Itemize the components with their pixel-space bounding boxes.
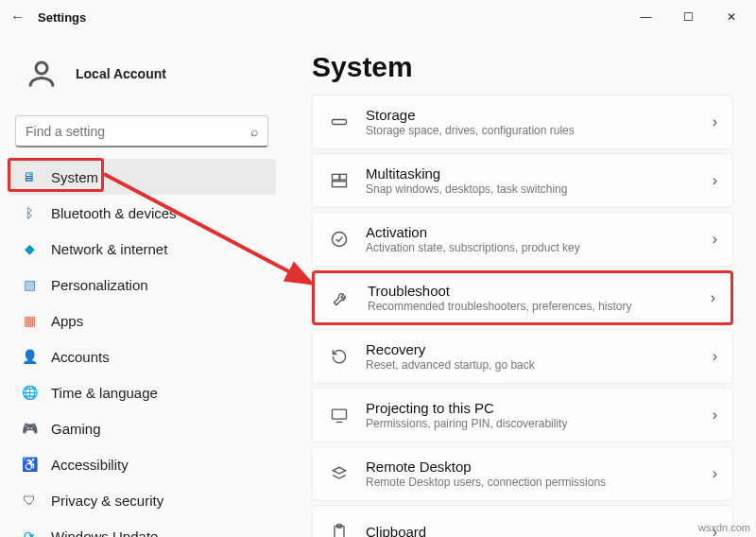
row-title: Remote Desktop bbox=[366, 459, 713, 476]
apps-icon: ▦ bbox=[21, 312, 38, 329]
wrench-icon bbox=[328, 288, 354, 307]
row-title: Troubleshoot bbox=[368, 283, 711, 300]
row-subtitle: Permissions, pairing PIN, discoverabilit… bbox=[366, 417, 713, 430]
projecting-icon bbox=[326, 406, 352, 424]
back-button[interactable]: ← bbox=[4, 3, 32, 31]
row-title: Recovery bbox=[366, 341, 713, 358]
chevron-right-icon: › bbox=[713, 465, 717, 482]
row-subtitle: Recommended troubleshooters, preferences… bbox=[368, 300, 711, 313]
sidebar-item-time-language[interactable]: 🌐Time & language bbox=[8, 374, 276, 410]
settings-row-projecting-to-this-pc[interactable]: Projecting to this PC Permissions, pairi… bbox=[312, 388, 733, 442]
sidebar-item-label: Gaming bbox=[51, 421, 101, 437]
chevron-right-icon: › bbox=[713, 113, 717, 130]
svg-point-0 bbox=[36, 62, 47, 74]
chevron-right-icon: › bbox=[713, 231, 717, 248]
settings-row-multitasking[interactable]: Multitasking Snap windows, desktops, tas… bbox=[312, 153, 733, 208]
sidebar-item-privacy-security[interactable]: 🛡Privacy & security bbox=[8, 482, 276, 518]
search-input[interactable] bbox=[26, 124, 250, 139]
sidebar-item-label: Accessibility bbox=[51, 457, 129, 473]
sidebar-item-label: System bbox=[51, 169, 98, 185]
minimize-button[interactable]: — bbox=[625, 3, 667, 31]
sidebar-item-label: Network & internet bbox=[51, 241, 167, 257]
svg-rect-6 bbox=[333, 409, 347, 419]
maximize-button[interactable]: ☐ bbox=[667, 3, 710, 31]
sidebar-item-accessibility[interactable]: ♿Accessibility bbox=[8, 446, 276, 482]
sidebar-item-windows-update[interactable]: ⟳Windows Update bbox=[8, 518, 276, 537]
sidebar: Local Account ⌕ 🖥SystemᛒBluetooth & devi… bbox=[0, 34, 284, 537]
shield-icon: 🛡 bbox=[21, 492, 38, 509]
clock-globe-icon: 🌐 bbox=[21, 384, 38, 401]
row-subtitle: Storage space, drives, configuration rul… bbox=[366, 124, 713, 137]
monitor-icon: 🖥 bbox=[21, 168, 38, 185]
row-title: Multitasking bbox=[366, 165, 713, 182]
activation-icon bbox=[326, 230, 352, 249]
settings-row-remote-desktop[interactable]: Remote Desktop Remote Desktop users, con… bbox=[312, 446, 733, 501]
row-subtitle: Activation state, subscriptions, product… bbox=[366, 241, 713, 254]
svg-point-5 bbox=[333, 233, 347, 247]
sidebar-item-label: Apps bbox=[51, 313, 83, 329]
wifi-icon: ◆ bbox=[21, 240, 38, 257]
settings-row-recovery[interactable]: Recovery Reset, advanced startup, go bac… bbox=[312, 329, 733, 384]
row-title: Storage bbox=[366, 107, 713, 124]
multitasking-icon bbox=[326, 171, 352, 190]
svg-rect-3 bbox=[340, 174, 347, 180]
window-title: Settings bbox=[38, 10, 86, 25]
sidebar-item-label: Time & language bbox=[51, 385, 158, 401]
page-title: System bbox=[312, 51, 733, 83]
sidebar-item-bluetooth-devices[interactable]: ᛒBluetooth & devices bbox=[8, 195, 276, 231]
sidebar-item-accounts[interactable]: 👤Accounts bbox=[8, 338, 276, 374]
recovery-icon bbox=[326, 347, 352, 366]
sidebar-item-apps[interactable]: ▦Apps bbox=[8, 303, 276, 338]
row-title: Clipboard bbox=[366, 524, 713, 537]
watermark: wsxdn.com bbox=[698, 522, 750, 533]
row-subtitle: Remote Desktop users, connection permiss… bbox=[366, 476, 713, 489]
sidebar-item-personalization[interactable]: ▧Personalization bbox=[8, 267, 276, 303]
clipboard-icon bbox=[326, 523, 352, 537]
svg-rect-2 bbox=[333, 174, 340, 180]
chevron-right-icon: › bbox=[713, 348, 717, 365]
gamepad-icon: 🎮 bbox=[21, 420, 38, 437]
search-icon: ⌕ bbox=[250, 124, 258, 139]
bluetooth-icon: ᛒ bbox=[21, 204, 38, 221]
row-subtitle: Reset, advanced startup, go back bbox=[366, 358, 713, 372]
chevron-right-icon: › bbox=[711, 289, 715, 306]
svg-rect-4 bbox=[333, 182, 347, 187]
accessibility-icon: ♿ bbox=[21, 456, 38, 473]
sidebar-item-label: Accounts bbox=[51, 349, 110, 365]
sidebar-item-network-internet[interactable]: ◆Network & internet bbox=[8, 231, 276, 267]
svg-rect-1 bbox=[333, 120, 347, 125]
sidebar-item-label: Privacy & security bbox=[51, 493, 163, 509]
chevron-right-icon: › bbox=[713, 407, 717, 424]
sidebar-item-label: Personalization bbox=[51, 277, 148, 293]
settings-row-troubleshoot[interactable]: Troubleshoot Recommended troubleshooters… bbox=[312, 270, 733, 325]
close-button[interactable]: ✕ bbox=[710, 3, 752, 31]
row-title: Projecting to this PC bbox=[366, 400, 713, 417]
person-icon: 👤 bbox=[21, 348, 38, 365]
storage-icon bbox=[326, 113, 352, 131]
account-name: Local Account bbox=[76, 66, 166, 81]
sidebar-item-gaming[interactable]: 🎮Gaming bbox=[8, 410, 276, 446]
titlebar: ← Settings — ☐ ✕ bbox=[0, 0, 756, 34]
remote-desktop-icon bbox=[326, 464, 352, 483]
update-icon: ⟳ bbox=[21, 528, 38, 537]
sidebar-item-system[interactable]: 🖥System bbox=[8, 159, 276, 195]
avatar-icon bbox=[21, 53, 62, 95]
sidebar-item-label: Windows Update bbox=[51, 528, 158, 538]
settings-row-storage[interactable]: Storage Storage space, drives, configura… bbox=[312, 95, 733, 149]
paint-icon: ▧ bbox=[21, 276, 38, 293]
account-block[interactable]: Local Account bbox=[8, 43, 276, 112]
main-panel: System Storage Storage space, drives, co… bbox=[284, 34, 756, 537]
search-box[interactable]: ⌕ bbox=[15, 115, 268, 147]
settings-row-clipboard[interactable]: Clipboard › bbox=[312, 505, 733, 537]
row-title: Activation bbox=[366, 224, 713, 241]
row-subtitle: Snap windows, desktops, task switching bbox=[366, 182, 713, 196]
settings-row-activation[interactable]: Activation Activation state, subscriptio… bbox=[312, 212, 733, 267]
chevron-right-icon: › bbox=[713, 172, 717, 189]
sidebar-item-label: Bluetooth & devices bbox=[51, 205, 177, 221]
